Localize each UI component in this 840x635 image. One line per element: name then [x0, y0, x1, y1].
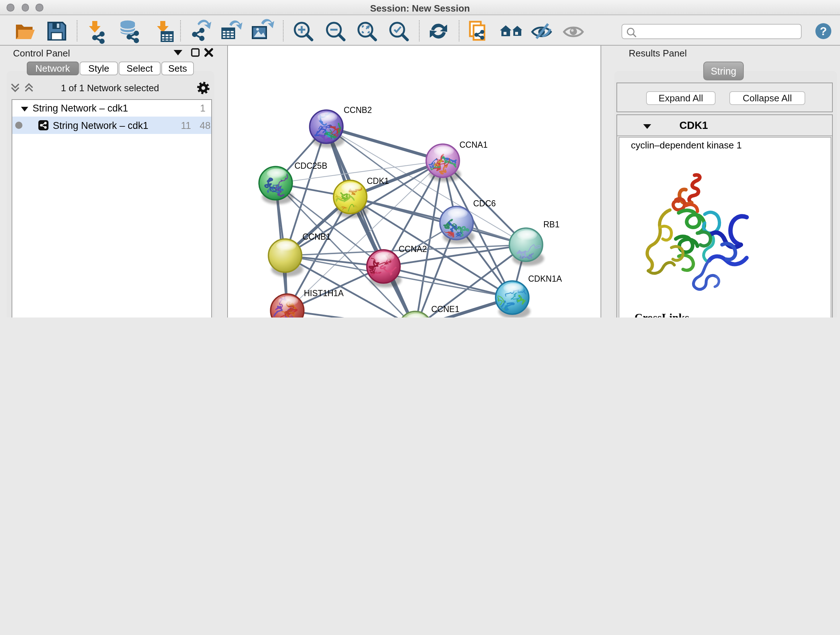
svg-text:1 of 1 Network selected: 1 of 1 Network selected [61, 82, 159, 93]
svg-text:CDK1: CDK1 [367, 176, 389, 186]
svg-text:CCNE1: CCNE1 [431, 304, 459, 314]
svg-text:RB1: RB1 [543, 220, 560, 229]
svg-text:CCNA1: CCNA1 [459, 140, 488, 149]
svg-text:HIST1H1A: HIST1H1A [304, 288, 344, 298]
svg-text:CDKN1A: CDKN1A [528, 274, 562, 283]
svg-text:?: ? [820, 25, 827, 38]
svg-text:CCNB1: CCNB1 [302, 232, 331, 241]
svg-text:CDC6: CDC6 [473, 199, 496, 208]
svg-text:CCNA2: CCNA2 [399, 244, 427, 254]
svg-text:CCNB2: CCNB2 [344, 105, 372, 115]
svg-text:CDC25B: CDC25B [294, 161, 327, 171]
